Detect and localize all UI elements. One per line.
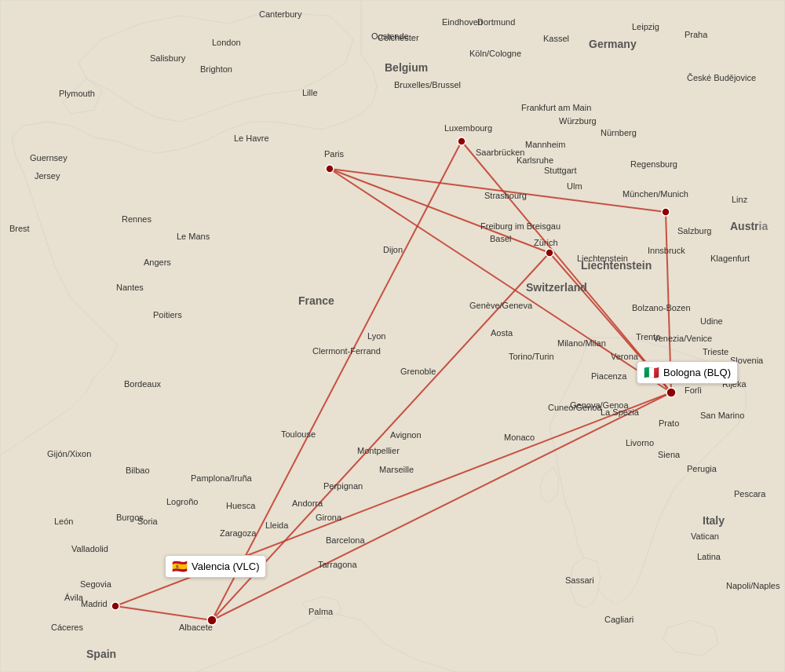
poitiers-label: Poitiers (153, 310, 182, 320)
liechtenstein-label2: Liechtenstein (577, 254, 628, 263)
sanmarino-label: San Marino (700, 411, 744, 420)
italy-label: Italy (703, 514, 725, 527)
munich-dot (662, 208, 670, 216)
montpellier-label: Montpellier (357, 446, 400, 455)
luxembourg-dot (458, 137, 466, 145)
praha-label: Praha (685, 30, 707, 39)
livorno-label: Livorno (626, 438, 654, 447)
tarragona-label: Tarragona (318, 560, 357, 569)
paris-label-text: Paris (324, 149, 344, 159)
huesca-label: Huesca (226, 501, 255, 510)
aosta-label: Aosta (491, 328, 513, 338)
cagliari-label: Cagliari (604, 615, 633, 624)
geneva-label: Genève/Geneva (469, 301, 532, 310)
basel-label: Basel (490, 234, 512, 243)
lyon-label: Lyon (367, 331, 385, 341)
austria-label: Austria (730, 220, 768, 232)
barcelona-label: Barcelona (326, 535, 365, 545)
latina-label: Latina (697, 552, 721, 561)
zurich-label: Zürich (534, 238, 558, 247)
bolzano-label: Bolzano-Bozen (632, 303, 691, 312)
sassari-label: Sassari (565, 575, 594, 585)
gijon-label: Gijón/Xixon (47, 449, 91, 458)
canterbury-label: Canterbury (259, 9, 301, 19)
avila-label: Ávila (64, 593, 83, 602)
nurnberg-label: Nürnberg (601, 128, 637, 137)
guernsey-label: Guernsey (30, 153, 68, 163)
kassel-label: Kassel (543, 34, 569, 43)
girona-label: Girona (316, 513, 341, 522)
segovia-label: Segovia (80, 579, 111, 589)
germany-label: Germany (589, 38, 637, 50)
bruxelles-label: Bruxelles/Brussel (394, 80, 461, 89)
bologna-label-text: Bologna (BLQ) (663, 367, 731, 378)
nantes-label: Nantes (116, 283, 144, 292)
perugia-label: Perugia (687, 464, 717, 473)
map-container: France Germany Austria Switzerland Belgi… (0, 0, 785, 672)
soria-label: Soria (137, 517, 158, 526)
plymouth-label: Plymouth (59, 89, 95, 98)
toulouse-label: Toulouse (281, 429, 316, 439)
luxembourg-label: Luxembourg (444, 123, 492, 133)
lehavre-label: Le Havre (234, 133, 269, 143)
wurzburg-label: Würzburg (559, 116, 597, 126)
dortmund-label: Dortmund (477, 17, 515, 27)
spain-flag: 🇪🇸 (172, 559, 188, 574)
siena-label: Siena (658, 450, 680, 459)
karlsruhe-label: Karlsruhe (517, 155, 553, 165)
salisbury-label: Salisbury (150, 53, 185, 63)
zurich-dot (546, 249, 553, 257)
milan-label: Milano/Milan (557, 338, 606, 348)
regensburg-label: Regensburg (630, 159, 677, 169)
spain-label: Spain (86, 648, 116, 660)
mannheim-label: Mannheim (525, 140, 565, 149)
valencia-airport-label: 🇪🇸 Valencia (VLC) (165, 555, 266, 578)
madrid-dot (111, 602, 119, 610)
monaco-label: Monaco (504, 433, 535, 442)
grenoble-label: Grenoble (400, 367, 436, 376)
zaragoza-label: Zaragoza (220, 528, 256, 538)
innsbruck-label: Innsbruck (648, 246, 685, 255)
italy-flag: 🇮🇹 (644, 365, 659, 380)
andorra-label: Andorra (292, 499, 323, 508)
frankfurt-label: Frankfurt am Main (521, 103, 591, 112)
freiburg-label: Freiburg im Breisgau (480, 221, 560, 231)
bologna-dot (666, 388, 676, 397)
bologna-airport-label: 🇮🇹 Bologna (BLQ) (637, 361, 738, 384)
oostende-label: Oostende (371, 31, 409, 41)
valladolid-label: Valladolid (71, 544, 108, 553)
france-label: France (298, 294, 334, 307)
clermont-label: Clermont-Ferrand (312, 346, 381, 356)
jersey-label: Jersey (35, 171, 60, 181)
avignon-label: Avignon (390, 430, 422, 440)
angers-label: Angers (144, 257, 171, 267)
belgium-label: Belgium (385, 61, 428, 74)
brighton-label: Brighton (200, 64, 232, 74)
koln-label: Köln/Cologne (469, 49, 521, 58)
verona-label: Verona (611, 352, 638, 361)
salzburg-label: Salzburg (677, 226, 711, 236)
bordeaux-label: Bordeaux (124, 379, 161, 389)
bilbao-label: Bilbao (126, 466, 150, 475)
dijon-label: Dijon (383, 245, 403, 254)
lille-label: Lille (302, 88, 318, 97)
switzerland-label: Switzerland (526, 281, 587, 294)
eindhoven-label: Eindhoven (442, 17, 483, 27)
munich-label: München/Munich (623, 189, 688, 199)
albacete-label: Albacete (179, 623, 213, 632)
marseille-label: Marseille (379, 465, 414, 474)
leipzig-label: Leipzig (632, 22, 659, 31)
strasbourg-label: Strasbourg (484, 191, 527, 200)
paris-dot (326, 165, 334, 173)
logrono-label: Logroño (166, 497, 198, 506)
london-label: London (212, 38, 241, 47)
lemans-label: Le Mans (177, 232, 210, 241)
perpignan-label: Perpignan (323, 481, 363, 491)
ulm-label: Ulm (567, 181, 582, 191)
vatican-label: Vatican (691, 531, 719, 541)
stuttgart-label: Stuttgart (544, 166, 577, 175)
pescara-label: Pescara (734, 489, 765, 499)
piacenza-label: Piacenza (591, 371, 626, 381)
valencia-label-text: Valencia (VLC) (192, 561, 259, 572)
leon-label: León (54, 517, 73, 526)
